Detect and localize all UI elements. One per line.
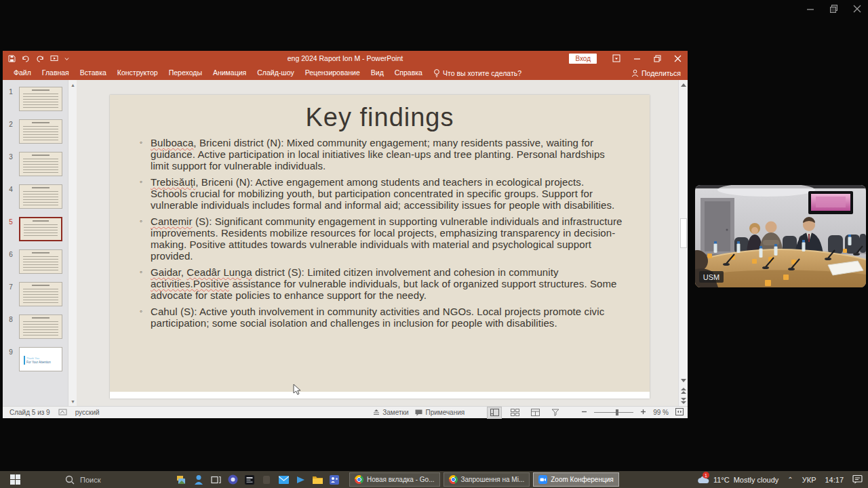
start-button[interactable] xyxy=(0,471,30,488)
ribbon-tab-8[interactable]: Вид xyxy=(366,66,389,80)
mail-icon[interactable] xyxy=(278,474,289,485)
thumbnails-scrollbar[interactable]: ▲ ▼ xyxy=(68,80,77,406)
ribbon-tab-4[interactable]: Переходы xyxy=(163,66,208,80)
fit-slide-to-window-button[interactable] xyxy=(675,408,684,417)
slide-canvas[interactable]: Key findings ◦Bulboaca, Briceni district… xyxy=(110,95,650,399)
ribbon-tab-2[interactable]: Вставка xyxy=(75,66,112,80)
notification-center-icon[interactable] xyxy=(852,474,863,485)
comments-button[interactable]: Примечания xyxy=(415,409,465,416)
video-call-window[interactable]: USM xyxy=(695,185,866,287)
thumb-scroll-down-icon[interactable]: ▼ xyxy=(68,396,77,406)
task-label: Новая вкладка - Go... xyxy=(367,476,435,483)
search-label: Поиск xyxy=(80,476,100,484)
slide-thumbnail-9[interactable]: 9Thank YouFor Your Attention xyxy=(3,347,68,380)
file-explorer-icon[interactable] xyxy=(312,474,323,485)
scroll-up-icon[interactable] xyxy=(679,80,688,90)
teams-app-icon[interactable] xyxy=(329,474,340,485)
keyboard-language[interactable]: УКР xyxy=(802,476,816,484)
zoom-slider[interactable] xyxy=(594,412,633,413)
accessibility-checker-icon[interactable] xyxy=(58,409,67,417)
widgets-icon[interactable] xyxy=(176,474,187,485)
ribbon-tab-7[interactable]: Рецензирование xyxy=(300,66,366,80)
slide-thumbnail-3[interactable]: 3 xyxy=(3,152,68,184)
thumbnail-preview[interactable] xyxy=(19,184,62,209)
thumbnail-preview[interactable] xyxy=(19,282,62,306)
slideshow-view-button[interactable] xyxy=(549,407,562,418)
terminal-app-icon[interactable] xyxy=(244,474,255,485)
slide-thumbnail-6[interactable]: 6 xyxy=(3,249,68,282)
previous-slide-button[interactable] xyxy=(679,386,688,396)
customize-qat-caret-icon[interactable] xyxy=(64,55,69,62)
zoom-slider-thumb[interactable] xyxy=(616,409,618,415)
bg-minimize-button[interactable] xyxy=(806,4,814,14)
taskbar-search[interactable]: Поиск xyxy=(65,475,167,485)
ribbon-tab-9[interactable]: Справка xyxy=(389,66,428,80)
zoom-out-button[interactable] xyxy=(581,409,587,416)
taskbar-task-0[interactable]: Новая вкладка - Go... xyxy=(349,472,440,487)
slide-thumbnail-5[interactable]: 5 xyxy=(3,217,68,249)
sign-in-button[interactable]: Вход xyxy=(569,54,597,64)
slide-counter[interactable]: Слайд 5 из 9 xyxy=(9,409,50,416)
taskbar-task-1[interactable]: Запрошення на Mi... xyxy=(443,472,530,487)
scrollbar-thumb[interactable] xyxy=(680,218,687,248)
ribbon-tab-1[interactable]: Главная xyxy=(37,66,75,80)
slide-sorter-view-button[interactable] xyxy=(508,407,521,418)
weather-widget[interactable]: 1 11°C Mostly cloudy xyxy=(697,475,778,484)
bg-restore-button[interactable] xyxy=(829,4,838,14)
redo-icon[interactable] xyxy=(36,55,44,62)
close-button[interactable] xyxy=(667,51,688,66)
workspace: 123456789Thank YouFor Your Attention ▲ ▼… xyxy=(3,80,688,406)
slide-thumbnail-1[interactable]: 1 xyxy=(3,87,68,119)
ribbon-display-options-button[interactable] xyxy=(606,51,627,66)
undo-icon[interactable] xyxy=(22,55,30,62)
start-slideshow-icon[interactable] xyxy=(50,55,58,62)
notes-button[interactable]: Заметки xyxy=(373,409,408,416)
task-view-icon[interactable] xyxy=(210,474,221,485)
scroll-down-icon[interactable] xyxy=(679,375,688,386)
round-app-icon[interactable] xyxy=(227,474,238,485)
ribbon-tab-0[interactable]: Файл xyxy=(8,66,37,80)
slide-body-text[interactable]: ◦Bulboaca, Briceni district (N): Mixed c… xyxy=(140,137,623,333)
thumbnail-preview[interactable] xyxy=(19,249,62,274)
tell-me-box[interactable]: Что вы хотите сделать? xyxy=(428,68,527,77)
vertical-scrollbar[interactable] xyxy=(678,80,688,406)
bg-close-button[interactable] xyxy=(853,4,861,14)
thumbnail-preview[interactable] xyxy=(19,314,62,339)
notes-icon xyxy=(373,409,380,415)
clock[interactable]: 14:17 xyxy=(825,476,844,484)
save-icon[interactable] xyxy=(8,55,16,62)
zoom-in-button[interactable] xyxy=(640,409,646,416)
reading-view-button[interactable] xyxy=(528,407,542,418)
slide-thumbnail-2[interactable]: 2 xyxy=(3,119,68,152)
restore-button[interactable] xyxy=(647,51,667,66)
thumbnail-preview[interactable] xyxy=(19,217,62,241)
ribbon-tab-6[interactable]: Слайд-шоу xyxy=(252,66,299,80)
slide-thumbnail-7[interactable]: 7 xyxy=(3,282,68,314)
people-app-icon[interactable] xyxy=(193,474,204,485)
thumb-scroll-up-icon[interactable]: ▲ xyxy=(68,80,77,89)
hidden-icons-chevron[interactable]: ⌃ xyxy=(787,476,793,483)
minimize-button[interactable] xyxy=(627,51,647,66)
slide-thumbnails-panel: 123456789Thank YouFor Your Attention xyxy=(3,80,68,406)
thumbnail-preview[interactable] xyxy=(19,87,62,111)
normal-view-button[interactable] xyxy=(488,407,501,418)
zoom-level[interactable]: 99 % xyxy=(653,409,669,416)
inactive-app-icon[interactable] xyxy=(261,474,272,485)
ribbon-tab-5[interactable]: Анимация xyxy=(208,66,252,80)
slide-thumbnail-4[interactable]: 4 xyxy=(3,184,68,217)
slide-thumbnail-8[interactable]: 8 xyxy=(3,314,68,347)
media-app-icon[interactable] xyxy=(295,474,306,485)
thumbnail-preview[interactable]: Thank YouFor Your Attention xyxy=(19,347,62,371)
language-indicator[interactable]: русский xyxy=(75,409,100,416)
thumbnail-preview[interactable] xyxy=(19,119,62,144)
quick-access-toolbar xyxy=(8,55,69,62)
bullet-text: Trebisăuți, Briceni (N): Active engageme… xyxy=(151,176,623,211)
comments-icon xyxy=(415,409,422,416)
share-button[interactable]: Поделиться xyxy=(631,66,681,80)
slide-edit-area: Key findings ◦Bulboaca, Briceni district… xyxy=(77,80,678,406)
ribbon-tab-3[interactable]: Конструктор xyxy=(112,66,163,80)
slide-title[interactable]: Key findings xyxy=(110,103,650,132)
next-slide-button[interactable] xyxy=(679,396,688,406)
taskbar-task-2[interactable]: Zoom Конференция xyxy=(533,472,618,487)
thumbnail-preview[interactable] xyxy=(19,152,62,176)
